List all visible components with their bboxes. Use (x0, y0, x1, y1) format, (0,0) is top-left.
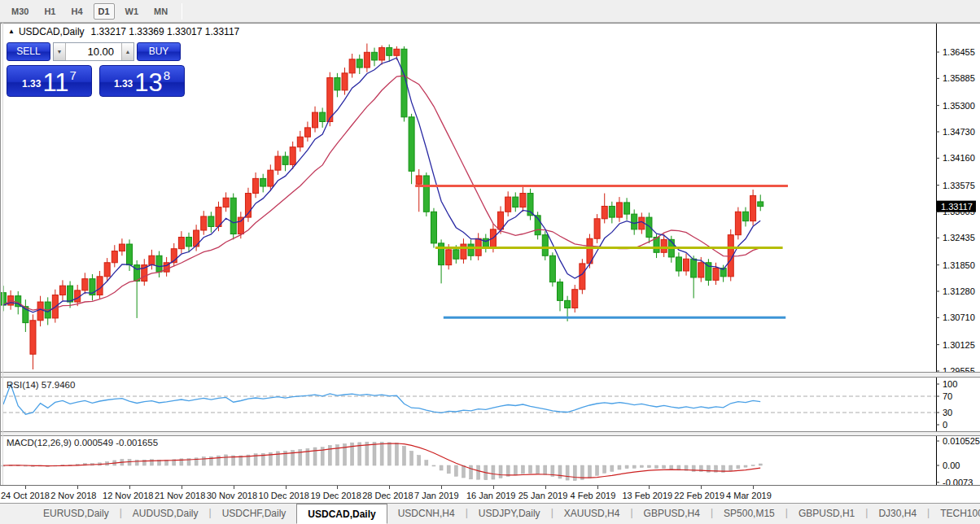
tab-usdjpy-daily[interactable]: USDJPY,Daily (468, 504, 551, 524)
date-tick-label: 28 Dec 2018 (362, 491, 413, 500)
buy-price-fraction: 8 (164, 68, 170, 82)
svg-text:0.010525: 0.010525 (943, 436, 980, 446)
date-tick-mark (25, 486, 26, 489)
tab-gbpusd-h1[interactable]: GBPUSD,H1 (788, 504, 865, 524)
date-tick-label: 24 Oct 2018 (1, 491, 50, 500)
sell-price-pips: 11 (42, 71, 68, 94)
svg-text:70: 70 (943, 391, 952, 401)
chart-ohlc-values: 1.33217 1.33369 1.33017 1.33117 (91, 26, 240, 37)
date-tick-mark (77, 486, 78, 489)
svg-text:1.31280: 1.31280 (943, 286, 975, 296)
date-tick-mark (234, 486, 234, 489)
date-tick-mark (493, 486, 494, 489)
tab-tech100-h1[interactable]: TECH100,H1 (930, 504, 980, 524)
date-tick-label: 4 Mar 2019 (726, 491, 772, 500)
tab-usdcad-daily[interactable]: USDCAD,Daily (296, 504, 387, 524)
date-tick-mark (545, 486, 546, 489)
date-tick-label: 25 Jan 2019 (518, 491, 568, 500)
date-tick-mark (441, 486, 442, 489)
svg-text:1.30710: 1.30710 (943, 312, 975, 322)
svg-text:100: 100 (943, 379, 957, 389)
date-tick-label: 16 Jan 2019 (466, 491, 516, 500)
buy-price-pips: 13 (134, 71, 162, 94)
svg-text:1.33117: 1.33117 (941, 202, 973, 212)
sell-price-fraction: 7 (70, 68, 77, 82)
date-tick-label: 21 Nov 2018 (155, 491, 205, 500)
timeframe-button-h1[interactable]: H1 (39, 3, 60, 20)
rsi-value-label: RSI(14) 57.9460 (7, 380, 75, 390)
tab-eurusd-daily[interactable]: EURUSD,Daily (33, 504, 120, 524)
date-tick-label: 4 Feb 2019 (571, 491, 616, 500)
one-click-trade-panel: SELL ▼ ▲ BUY 1.33 11 7 1.33 13 8 (7, 42, 186, 97)
svg-text:-0.0073: -0.0073 (943, 478, 973, 485)
buy-price-display[interactable]: 1.33 13 8 (99, 65, 185, 97)
buy-button[interactable]: BUY (137, 42, 181, 61)
trading-terminal-window: M30H1H4D1W1MN 1.364551.358851.353001.347… (0, 0, 980, 524)
date-tick-label: 10 Dec 2018 (259, 491, 309, 500)
date-tick-mark (753, 486, 754, 489)
volume-input[interactable] (66, 43, 121, 60)
window-left-border (0, 23, 1, 485)
timeframe-button-m30[interactable]: M30 (7, 3, 33, 20)
date-tick-mark (129, 486, 130, 489)
svg-text:0: 0 (943, 420, 947, 430)
volume-control: ▼ ▲ (53, 42, 134, 61)
tab-gbpusd-h4[interactable]: GBPUSD,H4 (633, 504, 711, 524)
date-tick-label: 7 Jan 2019 (414, 491, 458, 500)
date-axis: 24 Oct 20182 Nov 201812 Nov 201821 Nov 2… (0, 485, 980, 503)
date-tick-label: 13 Feb 2019 (622, 491, 672, 500)
current-price-tag: 1.33117 (937, 201, 976, 212)
date-tick-mark (649, 486, 650, 489)
timeframe-toolbar: M30H1H4D1W1MN (0, 0, 980, 23)
svg-text:1.34160: 1.34160 (943, 153, 975, 163)
tab-sp500-m15[interactable]: SP500,M15 (713, 504, 785, 524)
svg-text:1.30125: 1.30125 (943, 340, 975, 350)
date-tick-label: 22 Feb 2019 (674, 491, 724, 500)
sell-button[interactable]: SELL (7, 42, 50, 61)
chart-title: ▲USDCAD,Daily1.33217 1.33369 1.33017 1.3… (8, 26, 239, 37)
date-tick-mark (701, 486, 702, 489)
volume-decrease-button[interactable]: ▼ (54, 43, 66, 60)
chart-symbol-label: USDCAD,Daily (19, 26, 85, 37)
svg-text:30: 30 (943, 408, 952, 417)
date-tick-label: 12 Nov 2018 (103, 491, 153, 500)
tab-audusd-daily[interactable]: AUDUSD,Daily (122, 504, 209, 524)
date-tick-mark (389, 486, 390, 489)
rsi-chart-canvas[interactable]: 10070300 (0, 378, 980, 431)
svg-text:1.32435: 1.32435 (943, 233, 975, 242)
pane-splitter-rsi[interactable] (0, 372, 980, 378)
date-tick-mark (597, 486, 598, 489)
volume-increase-button[interactable]: ▲ (121, 43, 133, 60)
svg-text:1.35885: 1.35885 (943, 73, 975, 83)
toolbar-separator (182, 3, 182, 20)
sell-price-base: 1.33 (22, 78, 41, 90)
date-tick-label: 30 Nov 2018 (207, 491, 257, 500)
svg-text:1.36455: 1.36455 (943, 47, 975, 57)
svg-text:1.31850: 1.31850 (943, 260, 975, 270)
tab-usdchf-daily[interactable]: USDCHF,Daily (212, 504, 297, 524)
tab-usdcnh-h4[interactable]: USDCNH,H4 (387, 504, 466, 524)
symbol-tab-bar: EURUSD,Daily|AUDUSD,Daily|USDCHF,DailyUS… (0, 503, 980, 524)
timeframe-button-w1[interactable]: W1 (120, 3, 144, 20)
date-tick-label: 19 Dec 2018 (310, 491, 361, 500)
timeframe-button-d1[interactable]: D1 (94, 3, 115, 20)
timeframe-button-h4[interactable]: H4 (66, 3, 87, 20)
collapse-triangle-icon[interactable]: ▲ (8, 28, 15, 35)
sell-price-display[interactable]: 1.33 11 7 (7, 65, 92, 97)
svg-text:0.00: 0.00 (943, 461, 960, 470)
tab-xauusd-h4[interactable]: XAUUSD,H4 (553, 504, 631, 524)
date-tick-mark (286, 486, 287, 489)
timeframe-button-mn[interactable]: MN (149, 3, 173, 20)
rsi-indicator-pane[interactable]: 10070300 (0, 378, 980, 431)
buy-price-base: 1.33 (114, 78, 133, 90)
date-tick-label: 2 Nov 2018 (50, 491, 96, 500)
tab-dj30-h4[interactable]: DJ30,H4 (868, 504, 927, 524)
window-left-border-highlight (2, 23, 3, 485)
svg-text:1.33575: 1.33575 (943, 181, 975, 190)
macd-value-label: MACD(12,26,9) 0.000549 -0.001655 (7, 438, 158, 448)
date-tick-mark (182, 486, 182, 489)
svg-text:1.34730: 1.34730 (943, 127, 975, 137)
svg-text:1.35300: 1.35300 (943, 101, 975, 111)
date-tick-mark (337, 486, 338, 489)
